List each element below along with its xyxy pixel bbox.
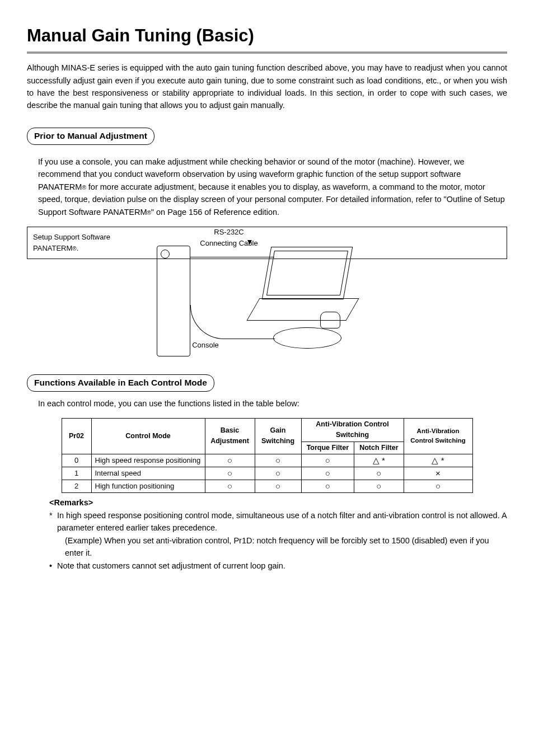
col-notch: Notch Filter bbox=[354, 442, 404, 454]
registered-mark: ® bbox=[72, 246, 76, 252]
cell-notch: △ * bbox=[354, 454, 404, 467]
cell-avctrl: △ * bbox=[404, 454, 472, 467]
cell-torque: ○ bbox=[301, 467, 354, 480]
cell-mode: High function positioning bbox=[91, 480, 205, 493]
col-mode: Control Mode bbox=[91, 418, 205, 454]
remark-bullet bbox=[57, 534, 65, 560]
mouse-icon bbox=[320, 312, 340, 328]
console-cable-icon bbox=[190, 305, 275, 339]
section-heading-prior: Prior to Manual Adjustment bbox=[27, 128, 154, 145]
registered-mark: ® bbox=[147, 210, 151, 216]
remark-item: • Note that customers cannot set adjustm… bbox=[49, 560, 507, 572]
prior-body-part3: " on Page 156 of Reference edition. bbox=[151, 208, 279, 217]
registered-mark: ® bbox=[82, 185, 86, 191]
cell-basic: ○ bbox=[205, 467, 255, 480]
sss-line2: PANATERM bbox=[33, 244, 72, 252]
diagram-label-cable: RS-232C Connecting Cable bbox=[198, 227, 260, 249]
remark-bullet: • bbox=[49, 560, 57, 572]
arrow-down-icon bbox=[247, 240, 252, 245]
cell-gain: ○ bbox=[255, 480, 301, 493]
table-header-row: Pr02 Control Mode Basic Adjustment Gain … bbox=[62, 418, 472, 442]
prior-body: If you use a console, you can make adjus… bbox=[27, 156, 507, 218]
section-heading-functions: Functions Available in Each Control Mode bbox=[27, 374, 214, 392]
cd-icon bbox=[273, 327, 341, 349]
remark-text: In high speed response positioning contr… bbox=[57, 509, 507, 534]
remarks-list: * In high speed response positioning con… bbox=[27, 509, 507, 572]
cell-pr02: 0 bbox=[62, 454, 91, 467]
cell-basic: ○ bbox=[205, 454, 255, 467]
cell-notch: ○ bbox=[354, 467, 404, 480]
table-lead-text: In each control mode, you can use the fu… bbox=[27, 397, 507, 410]
laptop-icon bbox=[266, 247, 347, 303]
cell-pr02: 1 bbox=[62, 467, 91, 480]
col-pr02: Pr02 bbox=[62, 418, 91, 454]
cell-torque: ○ bbox=[301, 480, 354, 493]
diagram-label-console: Console bbox=[186, 340, 225, 351]
cell-gain: ○ bbox=[255, 467, 301, 480]
cell-mode: High speed response positioning bbox=[91, 454, 205, 467]
control-mode-table: Pr02 Control Mode Basic Adjustment Gain … bbox=[62, 418, 473, 494]
remark-item: * In high speed response positioning con… bbox=[49, 509, 507, 534]
sss-line1: Setup Support Software bbox=[33, 233, 110, 241]
cable-line-icon bbox=[190, 257, 274, 257]
page-title: Manual Gain Tuning (Basic) bbox=[27, 22, 507, 54]
cell-mode: Internal speed bbox=[91, 467, 205, 480]
connection-diagram: RS-232C Connecting Cable Setup Support S… bbox=[27, 227, 507, 367]
col-avctrl: Anti-Vibration Control Switching bbox=[404, 418, 472, 454]
cell-gain: ○ bbox=[255, 454, 301, 467]
table-row: 0 High speed response positioning ○ ○ ○ … bbox=[62, 454, 472, 467]
cell-avctrl: × bbox=[404, 467, 472, 480]
cell-notch: ○ bbox=[354, 480, 404, 493]
table-row: 1 Internal speed ○ ○ ○ ○ × bbox=[62, 467, 472, 480]
cell-basic: ○ bbox=[205, 480, 255, 493]
remark-text: (Example) When you set anti-vibration co… bbox=[65, 534, 507, 560]
col-gain: Gain Switching bbox=[255, 418, 301, 454]
table-row: 2 High function positioning ○ ○ ○ ○ ○ bbox=[62, 480, 472, 493]
intro-paragraph: Although MINAS-E series is equipped with… bbox=[27, 62, 507, 112]
col-avcs: Anti-Vibration Control Switching bbox=[301, 418, 404, 442]
servo-driver-icon bbox=[157, 246, 190, 356]
remarks-heading: <Remarks> bbox=[49, 496, 507, 509]
cell-pr02: 2 bbox=[62, 480, 91, 493]
col-torque: Torque Filter bbox=[301, 442, 354, 454]
col-basic: Basic Adjustment bbox=[205, 418, 255, 454]
cell-torque: ○ bbox=[301, 454, 354, 467]
remark-item: (Example) When you set anti-vibration co… bbox=[49, 534, 507, 560]
remark-bullet: * bbox=[49, 509, 57, 534]
remark-text: Note that customers cannot set adjustmen… bbox=[57, 560, 285, 572]
cell-avctrl: ○ bbox=[404, 480, 472, 493]
